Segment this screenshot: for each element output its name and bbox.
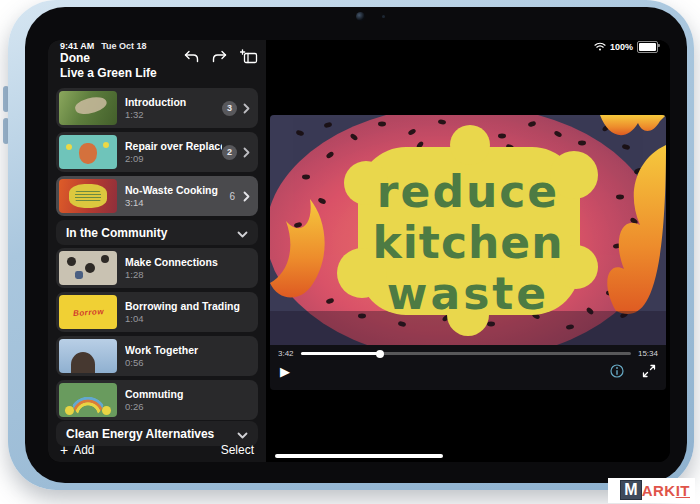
fullscreen-icon[interactable] (642, 364, 656, 378)
sidebar-footer: + Add Select (60, 443, 254, 457)
video-row-make-connections[interactable]: Make Connections 1:28 (56, 248, 258, 288)
video-title: Introduction (125, 96, 222, 108)
thumbnail-work-together (59, 339, 117, 373)
thumbnail-make-connections (59, 251, 117, 285)
status-time: 9:41 AMTue Oct 18 (60, 41, 147, 51)
video-duration: 1:04 (125, 313, 250, 324)
home-indicator[interactable] (275, 454, 443, 458)
video-title: Work Together (125, 344, 250, 356)
watermark-ark: ARK (642, 482, 676, 499)
chevron-down-icon (237, 425, 248, 443)
info-button[interactable] (610, 364, 624, 378)
video-title: No-Waste Cooking (125, 184, 229, 196)
section-header-in-the-community[interactable]: In the Community (56, 220, 258, 245)
video-duration: 1:28 (125, 269, 250, 280)
scrubber-bar: 3:42 15:34 (270, 345, 666, 359)
add-clip-icon[interactable] (240, 49, 258, 64)
chevron-right-icon (243, 103, 250, 114)
video-duration: 0:56 (125, 357, 250, 368)
ipad-device: 9:41 AMTue Oct 18 Done (8, 0, 694, 490)
thumbnail-borrowing-and-trading: Borrow (59, 295, 117, 329)
wifi-icon (594, 42, 606, 53)
player-pane: reduce kitchen waste 3:42 15:34 (266, 40, 670, 462)
plus-icon: + (60, 445, 68, 455)
select-button[interactable]: Select (221, 443, 254, 457)
thumbnail-repair-over-replace (59, 135, 117, 169)
watermark-m-logo: M (620, 480, 641, 500)
section-title: In the Community (66, 226, 167, 240)
ambient-sensor (382, 15, 385, 18)
watermark-it: IT (676, 482, 690, 499)
chevron-right-icon (243, 147, 250, 158)
player-progress-knob[interactable] (376, 350, 384, 358)
thumbnail-commuting (59, 383, 117, 417)
thumbnail-introduction (59, 91, 117, 125)
video-title: Make Connections (125, 256, 250, 268)
video-row-repair-over-replace[interactable]: Repair over Replace 2:09 2 (56, 132, 258, 172)
clip-count-badge: 2 (222, 145, 237, 160)
clock: 9:41 AM (60, 41, 94, 51)
video-row-no-waste-cooking[interactable]: No-Waste Cooking 3:14 6 (56, 176, 258, 216)
overlay-text-line3: waste (387, 268, 549, 319)
video-player[interactable]: reduce kitchen waste 3:42 15:34 (270, 115, 666, 390)
current-time: 3:42 (278, 349, 294, 358)
battery-percent: 100% (610, 42, 633, 52)
front-camera (356, 12, 365, 21)
player-progress-fill (301, 352, 380, 355)
video-title: Repair over Replace (125, 140, 222, 152)
thumbnail-no-waste-cooking (59, 179, 117, 213)
video-duration: 3:14 (125, 197, 229, 208)
total-time: 15:34 (638, 349, 658, 358)
video-row-commuting[interactable]: Commuting 0:26 (56, 380, 258, 420)
date: Tue Oct 18 (101, 41, 146, 51)
playlist-sidebar: 9:41 AMTue Oct 18 Done (48, 40, 267, 462)
redo-icon[interactable] (212, 50, 227, 63)
clip-count: 6 (229, 191, 235, 202)
video-row-work-together[interactable]: Work Together 0:56 (56, 336, 258, 376)
chevron-right-icon (243, 191, 250, 202)
video-duration: 0:26 (125, 401, 250, 412)
video-duration: 2:09 (125, 153, 222, 164)
chevron-down-icon (237, 224, 248, 242)
battery-icon (637, 41, 658, 53)
clip-count-badge: 3 (222, 101, 237, 116)
video-frame-reduce-kitchen-waste: reduce kitchen waste (270, 115, 666, 345)
status-indicators: 100% (594, 41, 658, 53)
undo-icon[interactable] (184, 50, 199, 63)
add-button[interactable]: + Add (60, 443, 95, 457)
video-row-borrowing-and-trading[interactable]: Borrow Borrowing and Trading 1:04 (56, 292, 258, 332)
overlay-text-line2: kitchen (373, 217, 564, 268)
screen: 9:41 AMTue Oct 18 Done (48, 40, 670, 462)
video-row-introduction[interactable]: Introduction 1:32 3 (56, 88, 258, 128)
section-title: Clean Energy Alternatives (66, 427, 214, 441)
section-title-live-a-green-life: Live a Green Life (60, 66, 157, 80)
done-button[interactable]: Done (60, 51, 90, 65)
add-label: Add (73, 443, 94, 457)
overlay-text-line1: reduce (377, 166, 559, 217)
progress-track[interactable] (301, 352, 631, 355)
video-duration: 1:32 (125, 109, 222, 120)
video-title: Commuting (125, 388, 250, 400)
thumbnail-text: Borrow (72, 306, 104, 317)
play-button[interactable]: ▶ (280, 365, 290, 378)
player-controls: ▶ (270, 359, 666, 378)
video-title: Borrowing and Trading (125, 300, 250, 312)
markit-watermark: MARKIT (608, 478, 695, 503)
